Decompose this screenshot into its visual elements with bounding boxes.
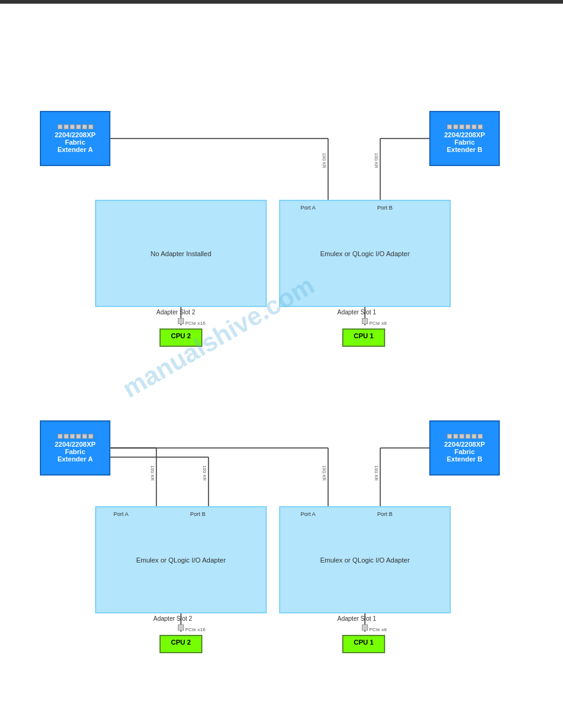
fabric-a-label: 2204/2208XP Fabric Extender A xyxy=(55,131,96,153)
diagram1-cpu1: CPU 1 xyxy=(342,328,385,347)
port-sq xyxy=(447,124,452,129)
port-sq xyxy=(64,124,69,129)
kr-label-2d: 10G KR xyxy=(374,466,378,481)
diagram2-adapter-slot1-label: Emulex or QLogic I/O Adapter xyxy=(320,556,410,564)
port-sq xyxy=(82,124,87,129)
kr-label-2c: 10G KR xyxy=(322,466,326,481)
diagram1-adapter-slot2: No Adapter Installed xyxy=(95,200,267,307)
d2-slot2-port-a: Port A xyxy=(113,511,129,517)
port-sq xyxy=(70,124,75,129)
diagram-container: 2204/2208XP Fabric Extender A 2204/2208X… xyxy=(0,16,563,28)
kr-label-1b: 10G KR xyxy=(374,153,378,169)
fabric-b2-ports xyxy=(447,434,483,439)
port-sq xyxy=(88,124,93,129)
top-bar xyxy=(0,0,563,4)
pcie-label-d2-slot2: PCIe x16 xyxy=(185,627,205,632)
port-sq xyxy=(478,124,483,129)
d2-slot1-port-b: Port B xyxy=(377,511,393,517)
diagram1-fabric-a: 2204/2208XP Fabric Extender A xyxy=(40,111,110,166)
adapter-slot1-name: Adapter Slot 1 xyxy=(337,309,376,316)
slot1-port-b: Port B xyxy=(377,205,393,211)
kr-label-2b: 10G KR xyxy=(202,466,207,481)
diagram2-adapter-slot1-name: Adapter Slot 1 xyxy=(337,615,376,622)
connector-slot2 xyxy=(178,318,184,324)
fabric-a-ports xyxy=(58,124,93,129)
d2-slot2-port-b: Port B xyxy=(190,511,205,517)
port-sq xyxy=(88,434,93,439)
fabric-b-ports xyxy=(447,124,483,129)
diagram1-adapter-slot1: Emulex or QLogic I/O Adapter xyxy=(279,200,451,307)
port-sq xyxy=(465,124,470,129)
adapter-slot1-label: Emulex or QLogic I/O Adapter xyxy=(320,250,410,257)
diagram2-cpu1: CPU 1 xyxy=(342,635,385,653)
fabric-b-label: 2204/2208XP Fabric Extender B xyxy=(444,131,485,153)
fabric-a2-ports xyxy=(58,434,93,439)
diagram2-adapter-slot2: Emulex or QLogic I/O Adapter xyxy=(95,506,267,613)
diagram2-adapter-slot2-label: Emulex or QLogic I/O Adapter xyxy=(136,556,226,564)
pcie-label-slot1: PCIe x8 xyxy=(369,320,386,326)
kr-label-1a: 10G KR xyxy=(322,153,326,169)
diagram2-cpu2: CPU 2 xyxy=(159,635,202,653)
connector-d2-slot2 xyxy=(178,624,184,631)
fabric-b2-label: 2204/2208XP Fabric Extender B xyxy=(444,441,485,463)
adapter-slot2-name: Adapter Slot 2 xyxy=(156,309,195,316)
diagram2-adapter-slot2-name: Adapter Slot 2 xyxy=(153,615,192,622)
port-sq xyxy=(459,434,464,439)
diagram2-fabric-b: 2204/2208XP Fabric Extender B xyxy=(429,420,500,476)
port-sq xyxy=(478,434,483,439)
port-sq xyxy=(472,434,477,439)
port-sq xyxy=(76,124,81,129)
diagram2-fabric-a: 2204/2208XP Fabric Extender A xyxy=(40,420,110,476)
pcie-label-slot2: PCIe x16 xyxy=(185,320,205,326)
d2-slot1-port-a: Port A xyxy=(301,511,316,517)
diagram2-adapter-slot1: Emulex or QLogic I/O Adapter xyxy=(279,506,451,613)
port-sq xyxy=(58,124,63,129)
port-sq xyxy=(459,124,464,129)
diagram1-cpu2: CPU 2 xyxy=(159,328,202,347)
port-sq xyxy=(472,124,477,129)
port-sq xyxy=(58,434,63,439)
slot1-port-a: Port A xyxy=(301,205,316,211)
port-sq xyxy=(82,434,87,439)
adapter-slot2-label: No Adapter Installed xyxy=(150,250,211,257)
port-sq xyxy=(64,434,69,439)
port-sq xyxy=(447,434,452,439)
pcie-label-d2-slot1: PCIe x8 xyxy=(369,627,386,632)
diagram1-fabric-b: 2204/2208XP Fabric Extender B xyxy=(429,111,500,166)
port-sq xyxy=(453,124,458,129)
kr-label-2a: 10G KR xyxy=(150,466,155,481)
connector-slot1 xyxy=(362,318,368,324)
port-sq xyxy=(70,434,75,439)
connector-d2-slot1 xyxy=(362,624,368,631)
port-sq xyxy=(76,434,81,439)
fabric-a2-label: 2204/2208XP Fabric Extender A xyxy=(55,441,96,463)
port-sq xyxy=(465,434,470,439)
port-sq xyxy=(453,434,458,439)
